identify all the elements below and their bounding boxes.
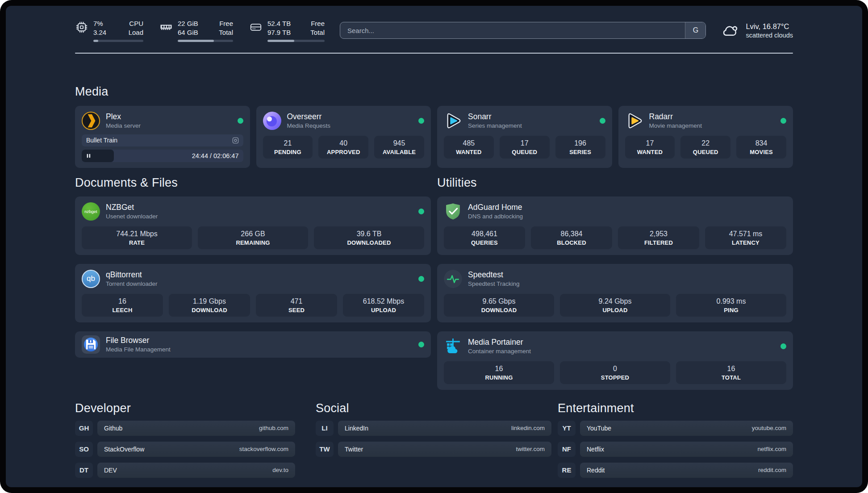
ram-icon (159, 21, 173, 34)
weather-widget: Lviv, 16.87°C scattered clouds (719, 21, 793, 39)
stat-tile: 16 RUNNING (444, 361, 554, 384)
app-subtitle: Torrent downloader (106, 280, 158, 287)
stat-tile: 471 SEED (256, 294, 337, 317)
weather-condition: scattered clouds (746, 32, 793, 39)
app-title: Sonarr (468, 112, 522, 121)
status-dot (780, 118, 786, 124)
app-card-nzbget[interactable]: nzbget NZBGet Usenet downloader 744.21 M… (75, 196, 431, 255)
ram-free-label: Free (219, 19, 233, 28)
bookmark-reddit[interactable]: RE Reddit reddit.com (558, 463, 793, 478)
app-title: AdGuard Home (468, 203, 523, 212)
status-dot (780, 343, 786, 349)
stat-tile: 40 APPROVED (318, 136, 368, 159)
app-subtitle: Media File Management (106, 346, 171, 353)
memory-stat: 22 GiB 64 GiB Free Total (159, 19, 233, 42)
app-subtitle: Usenet downloader (106, 213, 158, 220)
app-card-overseerr[interactable]: Overseerr Media Requests 21 PENDING 40 A… (256, 106, 431, 168)
now-playing-row: Bullet Train (82, 134, 243, 146)
search-input[interactable] (340, 22, 685, 38)
stat-tile: 618.52 Mbps UPLOAD (343, 294, 424, 317)
app-card-radarr[interactable]: Radarr Movie management 17 WANTED 22 QUE… (618, 106, 793, 168)
app-card-qbittorrent[interactable]: qb qBittorrent Torrent downloader 16 LEE… (75, 264, 431, 322)
session-device-icon (232, 137, 239, 144)
stat-tile: 1.19 Gbps DOWNLOAD (169, 294, 250, 317)
bookmark-url: dev.to (272, 467, 288, 473)
bookmark-dev[interactable]: DT DEV dev.to (75, 463, 295, 478)
cpu-progress-bar (93, 40, 143, 42)
bookmark-stackoverflow[interactable]: SO StackOverflow stackoverflow.com (75, 442, 295, 457)
cpu-usage-value: 7% (93, 19, 106, 28)
cloud-icon (719, 21, 740, 39)
plex-icon (82, 112, 100, 130)
app-card-adguard[interactable]: AdGuard Home DNS and adblocking 498,461 … (437, 196, 793, 255)
app-card-sonarr[interactable]: Sonarr Series management 485 WANTED 17 Q… (437, 106, 612, 168)
bookmark-abbr: SO (75, 442, 93, 457)
app-title: qBittorrent (106, 270, 158, 279)
app-card-speedtest[interactable]: Speedtest Speedtest Tracking 9.65 Gbps D… (437, 264, 793, 322)
cpu-load-label: Load (129, 28, 143, 37)
bookmark-abbr: NF (558, 442, 576, 457)
stat-tile: 86,384 BLOCKED (531, 226, 612, 249)
bookmarks-area: Developer GH Github github.com SO StackO… (75, 401, 793, 484)
ram-total-value: 64 GiB (178, 28, 198, 37)
bookmark-netflix[interactable]: NF Netflix netflix.com (558, 442, 793, 457)
search-engine-button[interactable]: G (685, 22, 705, 38)
app-subtitle: Container management (468, 348, 531, 355)
bookmark-url: netflix.com (757, 446, 786, 452)
speedtest-icon (444, 270, 462, 288)
stat-tile: 0.993 ms PING (676, 294, 786, 317)
bookmark-abbr: YT (558, 421, 576, 436)
documents-column: Documents & Files nzbget NZBGet Usenet d… (75, 176, 431, 390)
disk-icon (249, 21, 263, 34)
section-title-developer: Developer (75, 401, 295, 415)
bookmark-url: github.com (259, 425, 288, 431)
bookmark-name: YouTube (587, 425, 611, 432)
playback-progress-bar: 24:44 / 02:06:47 (82, 150, 243, 162)
bookmark-url: linkedin.com (511, 425, 545, 431)
app-card-filebrowser[interactable]: File Browser Media File Management (75, 331, 431, 358)
app-subtitle: Media server (106, 122, 141, 129)
app-subtitle: DNS and adblocking (468, 213, 523, 220)
stat-tile: 21 PENDING (263, 136, 313, 159)
section-title-media: Media (75, 85, 793, 99)
ram-total-label: Total (219, 28, 233, 37)
bookmark-abbr: DT (75, 463, 93, 478)
bookmark-linkedin[interactable]: LI LinkedIn linkedin.com (316, 421, 551, 436)
bookmark-name: StackOverflow (104, 446, 144, 453)
bookmark-github[interactable]: GH Github github.com (75, 421, 295, 436)
section-title-entertainment: Entertainment (558, 401, 793, 415)
disk-progress-bar (267, 40, 325, 42)
stat-tile: 744.21 Mbps RATE (82, 226, 192, 249)
stat-tile: 47.571 ms LATENCY (705, 226, 786, 249)
bookmark-name: LinkedIn (345, 425, 368, 432)
weather-location-temp: Lviv, 16.87°C (746, 22, 793, 31)
app-card-portainer[interactable]: Media Portainer Container management 16 … (437, 331, 793, 390)
status-dot (418, 276, 424, 282)
cpu-icon (75, 21, 88, 34)
playback-time: 24:44 / 02:06:47 (192, 152, 239, 159)
section-title-documents: Documents & Files (75, 176, 431, 190)
stat-tile: 16 LEECH (82, 294, 163, 317)
disk-total-value: 97.9 TB (267, 28, 291, 37)
bookmark-url: reddit.com (758, 467, 786, 473)
bookmark-youtube[interactable]: YT YouTube youtube.com (558, 421, 793, 436)
app-title: Radarr (649, 112, 702, 121)
pause-icon[interactable] (86, 153, 91, 159)
bookmark-name: Reddit (587, 467, 605, 474)
stat-tile: 22 QUEUED (680, 136, 730, 159)
stat-tile: 196 SERIES (555, 136, 605, 159)
app-card-plex[interactable]: Plex Media server Bullet Train 24:44 (75, 106, 250, 168)
disk-free-value: 52.4 TB (267, 19, 291, 28)
app-title: NZBGet (106, 203, 158, 212)
status-dot (418, 118, 424, 124)
stat-tile: 9.65 Gbps DOWNLOAD (444, 294, 554, 317)
stat-tile: 498,461 QUERIES (444, 226, 525, 249)
radarr-icon (625, 112, 643, 130)
storage-stat: 52.4 TB 97.9 TB Free Total (249, 19, 325, 42)
bookmark-twitter[interactable]: TW Twitter twitter.com (316, 442, 551, 457)
bookmark-name: DEV (104, 467, 117, 474)
disk-total-label: Total (310, 28, 325, 37)
overseerr-icon (263, 112, 281, 130)
social-column: Social LI LinkedIn linkedin.com TW Twitt… (316, 401, 551, 484)
status-dot (600, 118, 605, 124)
